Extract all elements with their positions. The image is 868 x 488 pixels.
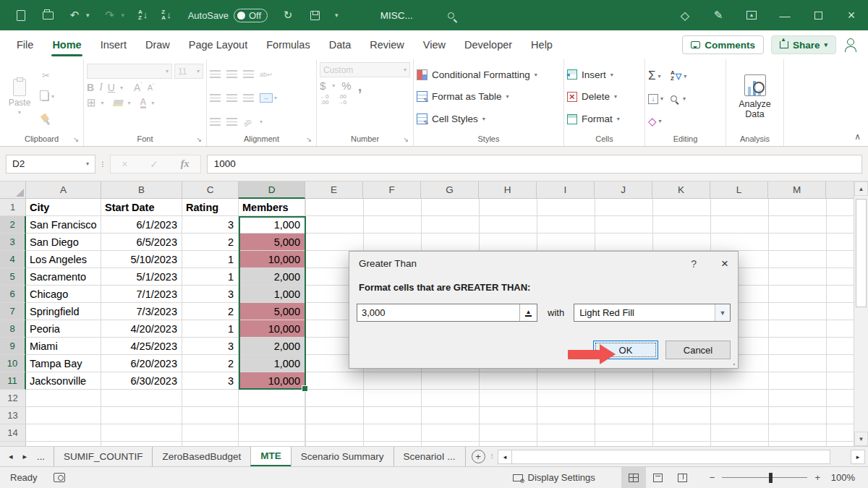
members-cell[interactable]: 2,000 xyxy=(239,268,305,286)
dialog-close-icon[interactable]: × xyxy=(721,257,728,271)
ribbon-tab[interactable]: File xyxy=(7,30,43,59)
city-cell[interactable]: San Francisco xyxy=(26,216,101,234)
sort-filter-button[interactable]: AZ▽▾ xyxy=(671,70,686,82)
font-dialog-launcher-icon[interactable]: ↘ xyxy=(196,136,202,143)
range-selector-button[interactable]: ▲ xyxy=(519,304,537,321)
rating-cell[interactable]: 1 xyxy=(182,268,239,286)
zoom-slider-thumb[interactable] xyxy=(769,473,773,483)
autosum-button[interactable]: Σ▾ xyxy=(648,69,663,83)
macro-record-icon[interactable] xyxy=(54,473,65,482)
row-header[interactable]: 8 xyxy=(0,320,26,338)
empty-cell[interactable] xyxy=(182,424,239,442)
empty-cell[interactable] xyxy=(182,390,239,407)
empty-cells[interactable] xyxy=(305,390,854,407)
empty-cells[interactable] xyxy=(305,407,854,424)
minimize-button[interactable]: — xyxy=(768,0,801,30)
cell-styles-button[interactable]: Cell Styles▾ xyxy=(417,114,537,124)
start-date-cell[interactable]: 4/25/2023 xyxy=(101,338,182,355)
scroll-up-icon[interactable]: ▲ xyxy=(854,181,868,196)
start-date-cell[interactable]: 6/30/2023 xyxy=(101,372,182,390)
start-date-cell[interactable]: 7/3/2023 xyxy=(101,303,182,320)
ribbon-tab[interactable]: Help xyxy=(522,30,562,59)
empty-cell[interactable] xyxy=(101,407,182,424)
prev-sheet-icon[interactable]: ◂ xyxy=(9,452,13,461)
row-header[interactable]: 2 xyxy=(0,216,26,234)
share-button[interactable]: Share ▾ xyxy=(771,35,836,54)
next-sheet-icon[interactable]: ▸ xyxy=(23,452,27,461)
find-select-button[interactable]: ▾ xyxy=(671,95,686,102)
zoom-out-icon[interactable]: − xyxy=(710,472,715,483)
column-header[interactable]: J xyxy=(595,181,652,199)
row-header[interactable]: 10 xyxy=(0,355,26,372)
zoom-in-icon[interactable]: + xyxy=(814,472,820,483)
sort-za-icon[interactable]: ZA↓ xyxy=(161,9,171,21)
empty-cell[interactable] xyxy=(101,390,182,407)
rating-cell[interactable]: 2 xyxy=(182,234,239,251)
conditional-formatting-button[interactable]: Conditional Formatting▾ xyxy=(417,69,537,80)
empty-cells[interactable] xyxy=(305,372,854,390)
format-as-table-button[interactable]: Format as Table▾ xyxy=(417,91,537,102)
column-header[interactable]: H xyxy=(479,181,537,199)
city-cell[interactable]: Los Angeles xyxy=(26,251,101,268)
sheet-tab[interactable]: MTE xyxy=(250,447,291,466)
empty-cell[interactable] xyxy=(26,424,101,442)
zoom-slider[interactable] xyxy=(722,477,807,479)
threshold-input[interactable] xyxy=(357,304,519,321)
empty-cell[interactable] xyxy=(101,424,182,442)
members-cell[interactable]: 1,000 xyxy=(239,286,305,303)
members-cell[interactable]: 5,000 xyxy=(239,303,305,320)
sheet-tab[interactable]: Scenario Summary xyxy=(291,447,393,466)
members-cell[interactable]: 1,000 xyxy=(239,355,305,372)
new-file-icon[interactable] xyxy=(14,9,27,22)
rating-cell[interactable]: 3 xyxy=(182,372,239,390)
scroll-down-icon[interactable]: ▼ xyxy=(854,432,868,446)
format-dropdown[interactable]: Light Red Fill ▼ xyxy=(574,304,731,322)
start-date-cell[interactable]: 5/1/2023 xyxy=(101,268,182,286)
members-cell[interactable]: 10,000 xyxy=(239,251,305,268)
row-header[interactable]: 11 xyxy=(0,372,26,390)
horizontal-scrollbar[interactable]: ◂ ▸ xyxy=(498,449,865,464)
column-header[interactable]: C xyxy=(182,181,239,199)
premium-gem-icon[interactable]: ◇ xyxy=(668,0,702,30)
dialog-resize-grip[interactable] xyxy=(731,361,736,367)
city-cell[interactable]: Sacramento xyxy=(26,268,101,286)
row-header[interactable]: 6 xyxy=(0,286,26,303)
members-cell[interactable]: 2,000 xyxy=(239,338,305,355)
sheet-tab[interactable]: ZeroBasedBudget xyxy=(152,447,250,466)
start-date-cell[interactable]: 6/1/2023 xyxy=(101,216,182,234)
dropdown-chevron-icon[interactable]: ▼ xyxy=(715,304,730,321)
fill-button[interactable]: ↓▾ xyxy=(648,94,663,104)
select-all-corner[interactable] xyxy=(0,181,26,199)
members-cell[interactable]: 10,000 xyxy=(239,320,305,338)
members-cell[interactable]: 5,000 xyxy=(239,234,305,251)
insert-cells-button[interactable]: Insert▾ xyxy=(567,69,620,80)
maximize-button[interactable] xyxy=(801,0,835,30)
cell-d1[interactable]: Members xyxy=(239,199,305,216)
members-cell[interactable]: 10,000 xyxy=(239,372,305,390)
scroll-right-icon[interactable]: ▸ xyxy=(851,450,865,464)
city-cell[interactable]: Springfield xyxy=(26,303,101,320)
ribbon-tab[interactable]: Home xyxy=(43,30,90,59)
ribbon-tab[interactable]: Developer xyxy=(455,30,522,59)
rating-cell[interactable]: 3 xyxy=(182,216,239,234)
sheet-tab[interactable]: SUMIF_COUNTIF xyxy=(54,447,153,466)
account-person-icon[interactable] xyxy=(843,38,858,52)
column-header[interactable]: I xyxy=(537,181,595,199)
empty-cell[interactable] xyxy=(239,390,305,407)
sheet-tab[interactable]: ScenarioI ... xyxy=(393,447,466,466)
empty-cell[interactable] xyxy=(26,390,101,407)
ribbon-display-options-icon[interactable]: ▴ xyxy=(735,0,768,30)
format-cells-button[interactable]: Format▾ xyxy=(567,114,620,124)
column-header[interactable]: D xyxy=(239,181,305,199)
empty-cells[interactable] xyxy=(305,234,854,251)
dialog-help-icon[interactable]: ? xyxy=(691,258,697,270)
sheet-overflow-dots[interactable]: ... xyxy=(37,451,45,462)
cell-a1[interactable]: City xyxy=(26,199,101,216)
rating-cell[interactable]: 2 xyxy=(182,355,239,372)
column-header[interactable]: A xyxy=(26,181,101,199)
rating-cell[interactable]: 1 xyxy=(182,251,239,268)
collapse-ribbon-icon[interactable]: ∧ xyxy=(854,132,861,142)
page-layout-view-button[interactable] xyxy=(646,467,671,488)
page-break-view-button[interactable] xyxy=(671,467,695,488)
clipboard-dialog-launcher-icon[interactable]: ↘ xyxy=(73,136,79,143)
